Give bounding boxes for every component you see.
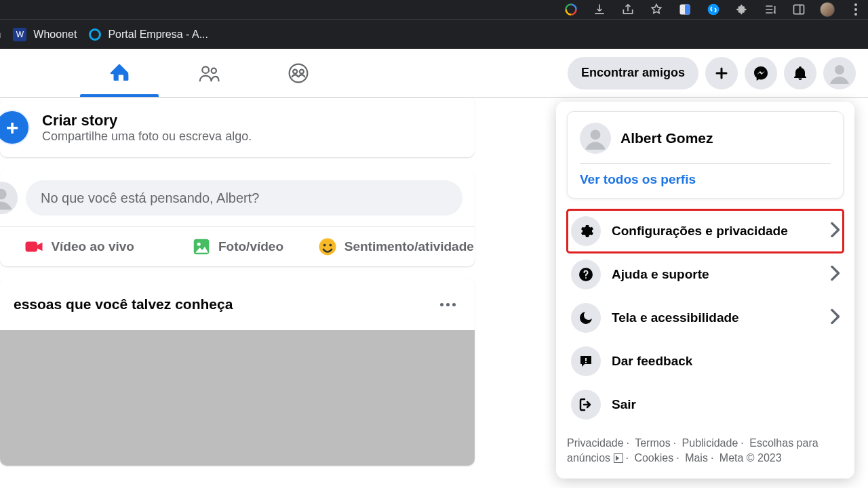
adchoices-icon [614,453,623,463]
menu-help-support[interactable]: Ajuda e suporte [567,253,844,296]
svg-point-22 [323,244,326,247]
nav-tabs [75,49,343,97]
svg-rect-28 [585,362,587,363]
menu-label: Configurações e privacidade [612,224,819,239]
chevron-right-icon [830,266,840,283]
pymk-title: essoas que você talvez conheça [14,296,233,312]
bookmark-item[interactable]: Portal Empresa - A... [89,28,208,41]
menu-label: Sair [612,397,840,412]
share-icon[interactable] [620,1,636,18]
browser-menu-icon[interactable] [848,1,864,18]
notifications-button[interactable] [784,57,816,89]
story-subtitle: Compartilhe uma foto ou escreva algo. [42,129,252,144]
chevron-right-icon [830,222,840,240]
menu-logout[interactable]: Sair [567,383,844,426]
svg-rect-27 [585,358,587,361]
svg-point-9 [202,66,209,73]
photo-video-label: Foto/vídeo [218,239,283,254]
nav-right: Encontrar amigos [568,49,856,97]
pymk-more-button[interactable] [434,291,461,318]
bookmark-label: Portal Empresa - A... [108,28,208,41]
profile-card[interactable]: Albert Gomez Ver todos os perfis [567,111,844,199]
tab-friends[interactable] [164,49,254,97]
create-button[interactable] [705,57,738,89]
menu-label: Dar feedback [612,354,840,369]
download-icon[interactable] [591,1,608,18]
google-icon[interactable] [563,1,579,18]
see-all-profiles-link[interactable]: Ver todos os perfis [580,172,831,187]
svg-point-25 [591,129,601,140]
reading-list-icon[interactable] [762,1,778,18]
favicon-icon [89,28,101,41]
gear-icon [571,216,601,246]
profile-avatar-icon[interactable] [819,1,835,18]
side-panel-icon[interactable] [791,1,807,18]
svg-rect-7 [794,5,804,14]
create-story-card[interactable]: + Criar story Compartilhe uma foto ou es… [0,98,475,157]
svg-point-23 [329,244,332,247]
feeling-button[interactable]: Sentimento/atividade [317,227,475,266]
composer-card: No que você está pensando, Albert? Vídeo… [0,169,475,266]
logout-icon [571,390,601,420]
menu-label: Ajuda e suporte [612,267,819,282]
bookmarks-bar: tch W Whoonet Portal Empresa - A... [0,19,868,49]
bookmark-star-icon[interactable] [648,1,665,18]
translate-extension-icon[interactable] [677,1,693,18]
browser-toolbar [0,0,868,19]
composer-avatar[interactable] [0,182,18,214]
account-button[interactable] [823,57,856,89]
find-friends-button[interactable]: Encontrar amigos [568,57,698,89]
bookmark-label: Whoonet [33,28,77,41]
svg-rect-18 [26,242,38,252]
question-icon [571,260,601,289]
bookmark-item[interactable]: tch [0,28,1,41]
messenger-button[interactable] [745,57,777,89]
plus-icon: + [0,110,30,145]
svg-rect-5 [685,5,690,15]
svg-point-21 [319,239,336,256]
bookmark-label: tch [0,28,1,41]
live-video-button[interactable]: Vídeo ao vivo [0,227,158,266]
chevron-right-icon [830,309,840,327]
menu-settings-privacy[interactable]: Configurações e privacidade [567,209,844,253]
tab-groups[interactable] [254,49,343,97]
story-title: Criar story [42,112,252,129]
bookmark-item[interactable]: W Whoonet [13,28,77,41]
composer-placeholder: No que você está pensando, Albert? [41,190,259,206]
feed-column: + Criar story Compartilhe uma foto ou es… [0,98,475,478]
profile-avatar-icon [580,123,611,154]
find-friends-label: Encontrar amigos [581,66,685,80]
pymk-content [0,330,475,466]
panel-footer: Privacidade· Termos· Publicidade· Escolh… [567,436,844,466]
svg-point-12 [293,69,297,73]
footer-terms[interactable]: Termos [635,437,670,449]
tab-home[interactable] [75,49,164,97]
footer-meta: Meta © 2023 [719,452,782,464]
photo-video-button[interactable]: Foto/vídeo [158,227,316,266]
footer-cookies[interactable]: Cookies [634,452,673,464]
feedback-icon [571,346,601,376]
favicon-icon: W [13,28,26,41]
footer-privacy[interactable]: Privacidade [567,437,624,449]
footer-ads[interactable]: Publicidade [682,437,738,449]
shazam-extension-icon[interactable] [705,1,722,18]
svg-point-13 [300,69,304,73]
svg-point-10 [212,68,216,73]
svg-point-6 [708,4,719,16]
feeling-label: Sentimento/atividade [344,239,474,254]
svg-point-15 [835,65,844,75]
account-menu-panel: Albert Gomez Ver todos os perfis Configu… [556,102,854,479]
svg-point-11 [290,64,308,82]
menu-give-feedback[interactable]: Dar feedback [567,340,844,383]
app-topbar: Encontrar amigos [0,49,868,98]
pymk-card: essoas que você talvez conheça [0,279,475,466]
moon-icon [571,303,601,333]
menu-display-accessibility[interactable]: Tela e acessibilidade [567,296,844,340]
composer-actions: Vídeo ao vivo Foto/vídeo Sentimento/ativ… [0,226,475,266]
profile-name: Albert Gomez [620,130,713,146]
menu-label: Tela e acessibilidade [612,310,819,325]
composer-input[interactable]: No que você está pensando, Albert? [26,180,462,216]
extensions-icon[interactable] [734,1,750,18]
footer-more[interactable]: Mais [685,452,708,464]
svg-point-20 [197,243,201,246]
